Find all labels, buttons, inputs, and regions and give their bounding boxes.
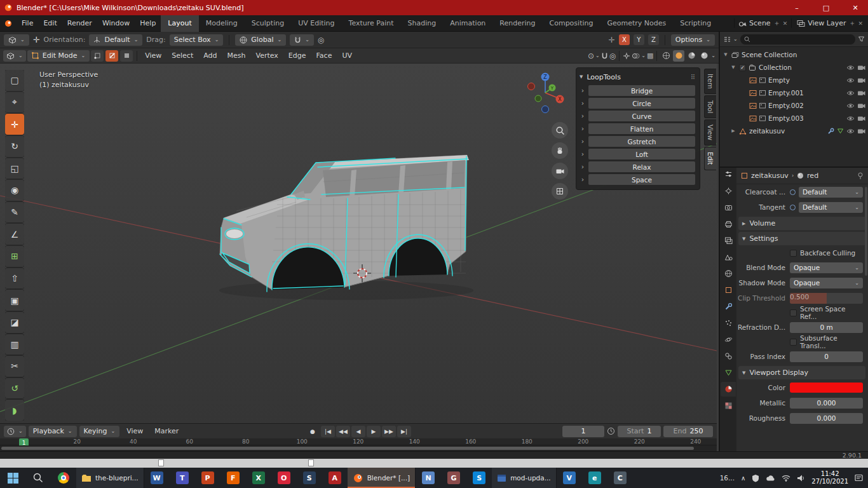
backface-culling-checkbox[interactable]	[790, 250, 797, 257]
workspace-tab-sculpting[interactable]: Sculpting	[245, 15, 291, 32]
tool-annotate-button[interactable]: ✎	[5, 202, 24, 223]
tool-knife-button[interactable]: ✂	[5, 356, 24, 377]
notification-center-icon[interactable]	[855, 474, 863, 482]
viewport-menu-face[interactable]: Face	[312, 48, 337, 64]
tab-object[interactable]	[721, 283, 736, 297]
tab-texture[interactable]	[721, 398, 736, 413]
orientation-dropdown[interactable]: Default ⌄	[89, 34, 142, 46]
taskbar-chrome-button[interactable]	[51, 468, 76, 488]
timeline-view-menu[interactable]: View	[122, 424, 147, 439]
clip-threshold-slider[interactable]: 0.500	[790, 293, 863, 304]
taskbar-clock[interactable]: 11:42 27/10/2021	[811, 470, 848, 485]
viewport-display-section-header[interactable]: ▼ Viewport Display	[738, 366, 865, 379]
taskbar-word-button[interactable]: W	[144, 468, 170, 488]
keying-dropdown[interactable]: Keying ⌄	[79, 426, 120, 437]
volume-section-header[interactable]: ▶ Volume	[738, 217, 865, 230]
outliner-row-empty-001[interactable]: Empty.001	[722, 86, 868, 99]
disable-render-camera-icon[interactable]	[857, 90, 865, 96]
tool-measure-button[interactable]: ∠	[5, 224, 24, 245]
screen-space-checkbox[interactable]	[790, 309, 797, 316]
outliner-row-empty-003[interactable]: Empty.003	[722, 112, 868, 125]
viewport-menu-add[interactable]: Add	[199, 48, 221, 64]
frame-start-field[interactable]: Start 1	[618, 426, 661, 437]
play-button[interactable]: ▶	[367, 426, 381, 437]
edge-select-button[interactable]	[105, 50, 118, 62]
outliner-row-zeitakusuv[interactable]: ▶ zeitakusuv	[722, 125, 868, 137]
mirror-y-button[interactable]: Y	[634, 34, 644, 45]
snap-magnet-icon[interactable]	[601, 52, 608, 60]
expand-operator-icon[interactable]: ›	[580, 112, 586, 120]
looptools-button[interactable]: Circle	[588, 98, 695, 109]
tab-object-data[interactable]	[721, 365, 736, 380]
disable-render-camera-icon[interactable]	[857, 103, 865, 109]
taskbar-excel-button[interactable]: X	[246, 468, 271, 488]
expand-operator-icon[interactable]: ›	[580, 175, 586, 184]
shading-solid-button[interactable]	[673, 50, 684, 62]
hide-eye-icon[interactable]	[846, 65, 855, 71]
taskbar-steam-button[interactable]: S	[297, 468, 322, 488]
zoom-button[interactable]	[552, 122, 568, 139]
shadow-mode-dropdown[interactable]: Opaque ⌄	[790, 278, 863, 288]
expand-operator-icon[interactable]: ›	[580, 137, 586, 146]
onedrive-cloud-icon[interactable]	[766, 475, 775, 482]
ortho-grid-button[interactable]	[552, 183, 568, 200]
defender-shield-icon[interactable]	[752, 474, 759, 482]
tool-smooth-button[interactable]: ◗	[5, 400, 24, 421]
mirror-x-button[interactable]: X	[619, 34, 630, 45]
menu-file[interactable]: File	[17, 15, 38, 32]
tool-spin-button[interactable]: ↺	[5, 378, 24, 399]
minimize-button[interactable]: –	[784, 0, 810, 15]
tool-add-cube-button[interactable]: ⊞	[5, 246, 24, 267]
outliner-row-collection[interactable]: ▼ ✓ Collection	[722, 61, 868, 74]
pin-icon[interactable]	[857, 172, 864, 180]
tool-transform-button[interactable]: ◉	[5, 180, 24, 201]
taskbar-git-button[interactable]: G	[441, 468, 466, 488]
prev-keyframe-button[interactable]: ◀◀	[336, 426, 350, 437]
taskbar-opera-button[interactable]: O	[271, 468, 297, 488]
taskbar-adobe-button[interactable]: A	[322, 468, 348, 488]
blend-mode-dropdown[interactable]: Opaque ⌄	[790, 262, 863, 273]
browse-scene-icon[interactable]	[738, 20, 747, 27]
timeline-ruler[interactable]: 20 40 60 80 100 120 140 160 180 200 220 …	[0, 438, 717, 445]
scene-name[interactable]: Scene	[749, 19, 771, 27]
workspace-tab-texture-paint[interactable]: Texture Paint	[342, 15, 401, 32]
blender-menu-icon[interactable]	[0, 20, 17, 27]
looptools-button[interactable]: Bridge	[588, 85, 695, 96]
outliner-editor-type-button[interactable]	[723, 36, 731, 43]
jump-to-start-button[interactable]: |◀	[321, 426, 335, 437]
play-reverse-button[interactable]: ◀	[351, 426, 365, 437]
new-view-layer-icon[interactable]: ＋	[848, 18, 855, 28]
new-scene-icon[interactable]: ＋	[773, 18, 780, 28]
proportional-editing-icon[interactable]: ◎	[318, 36, 324, 44]
pan-hand-button[interactable]	[552, 142, 568, 159]
overlays-toggle-icon[interactable]	[632, 52, 640, 60]
outliner-row-empty-002[interactable]: Empty.002	[722, 99, 868, 112]
expand-operator-icon[interactable]: ›	[580, 99, 586, 107]
taskbar-edge-button[interactable]: e	[582, 468, 607, 488]
tab-render[interactable]	[721, 200, 736, 215]
menu-window[interactable]: Window	[97, 15, 135, 32]
properties-editor-type-button[interactable]	[724, 170, 733, 178]
timeline-marker-menu[interactable]: Marker	[150, 424, 183, 439]
refraction-depth-field[interactable]: 0 m	[790, 322, 863, 333]
workspace-tab-rendering[interactable]: Rendering	[492, 15, 542, 32]
expand-operator-icon[interactable]: ›	[580, 163, 586, 171]
tab-particles[interactable]	[721, 316, 736, 330]
outliner-row-scene-collection[interactable]: ▼ Scene Collection	[722, 48, 868, 61]
tangent-dropdown[interactable]: Default ⌄	[799, 202, 863, 213]
view-layer-name[interactable]: View Layer	[808, 19, 846, 27]
camera-view-button[interactable]	[552, 163, 568, 179]
looptools-button[interactable]: Relax	[588, 161, 695, 172]
color-swatch[interactable]	[790, 383, 863, 393]
options-dropdown[interactable]: Options ⌄	[671, 34, 715, 46]
subsurface-checkbox[interactable]	[790, 339, 797, 346]
hide-eye-icon[interactable]	[846, 128, 855, 134]
taskbar-mod-updater-window-button[interactable]: mod-upda...	[492, 468, 557, 488]
volume-icon[interactable]	[797, 475, 805, 482]
tool-scale-button[interactable]: ◱	[5, 158, 24, 179]
looptools-collapse-icon[interactable]: ▼	[580, 74, 583, 79]
viewport-menu-mesh[interactable]: Mesh	[223, 48, 250, 64]
docked-document-icon[interactable]	[308, 459, 314, 466]
looptools-button[interactable]: Curve	[588, 111, 695, 121]
shading-material-button[interactable]	[686, 50, 697, 62]
